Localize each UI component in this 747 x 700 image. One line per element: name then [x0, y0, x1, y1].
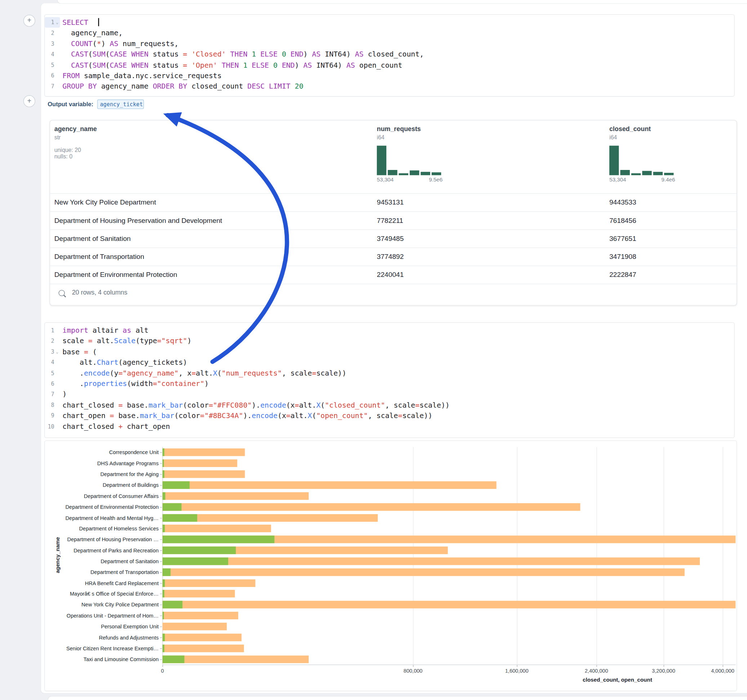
code-line: 1import altair as alt	[45, 325, 734, 336]
chart-bar-closed	[163, 557, 700, 565]
chart-bar-open	[163, 612, 164, 619]
line-number: 2	[45, 28, 60, 39]
code-line: 9chart_open = base.mark_bar(color="#8BC3…	[45, 410, 734, 421]
x-tick-mark	[413, 665, 413, 667]
column-header-agency-name[interactable]: agency_name str unique: 20 nulls: 0	[54, 125, 97, 160]
code-line: 8chart_closed = base.mark_bar(color="#FF…	[45, 400, 734, 410]
table-cell: 2222847	[609, 266, 637, 284]
y-tick-mark	[160, 594, 162, 594]
sql-code-editor[interactable]: 1⌄SELECT 2 agency_name,3 COUNT(*) AS num…	[44, 14, 735, 97]
table-cell: 3749485	[377, 230, 404, 248]
column-histogram	[609, 146, 675, 175]
table-cell: 7618456	[609, 212, 637, 229]
table-row[interactable]: New York City Police Department945313194…	[50, 194, 736, 212]
x-tick-label: 0	[134, 668, 191, 674]
histogram-bar	[642, 170, 652, 175]
histogram-bar	[664, 173, 673, 175]
gridline	[517, 447, 517, 664]
y-tick-mark	[160, 659, 162, 659]
chart-bar-open	[163, 579, 165, 587]
code-line: 4 alt.Chart(agency_tickets)	[45, 357, 734, 368]
table-footer: 20 rows, 4 columns	[50, 284, 736, 303]
line-number: 7	[45, 81, 60, 92]
text-cursor	[98, 18, 99, 26]
line-number: 5	[45, 60, 60, 71]
y-tick-mark	[160, 572, 162, 573]
x-tick-label: 2,400,000	[568, 668, 625, 674]
line-number: 9	[45, 410, 60, 421]
line-number: 1	[45, 325, 60, 336]
chart-bar-closed	[163, 568, 684, 576]
chart-bar-closed	[163, 503, 580, 511]
chart-bar-open	[163, 568, 171, 576]
y-axis-label: Department for the Aging	[64, 471, 159, 478]
chart-bar-open	[163, 655, 184, 663]
column-header-closed-count[interactable]: closed_count i64 53,304 9.4e6	[609, 125, 675, 183]
line-number: 8	[45, 400, 60, 410]
y-tick-mark	[160, 626, 162, 627]
y-axis-label: New York City Police Department	[64, 601, 159, 608]
chart-bar-closed	[163, 634, 242, 641]
add-cell-button[interactable]: +	[23, 15, 35, 27]
line-number: 4	[45, 49, 60, 60]
code-line: 5 CAST(SUM(CASE WHEN status = 'Open' THE…	[45, 60, 734, 71]
chart-bar-open	[163, 590, 164, 598]
gridline	[413, 447, 413, 664]
y-axis-label: HRA Benefit Card Replacement	[64, 580, 159, 587]
fold-chevron-icon[interactable]: ⌄	[54, 17, 60, 28]
chart-bar-open	[163, 449, 164, 456]
chart-bar-open	[163, 459, 164, 467]
chart-bar-closed	[163, 601, 735, 608]
histogram-range-labels: 53,304 9.4e6	[609, 177, 675, 182]
line-number: 3⌄	[45, 346, 60, 357]
search-icon[interactable]	[59, 290, 65, 296]
y-tick-mark	[160, 507, 162, 507]
histogram-min: 53,304	[609, 177, 626, 182]
chart-bar-closed	[163, 644, 244, 652]
chart-bar-closed	[163, 449, 245, 456]
line-number: 6	[45, 379, 60, 389]
table-row[interactable]: Department of Housing Preservation and D…	[50, 212, 736, 230]
gridline	[723, 447, 723, 664]
output-variable-label: Output variable:	[48, 101, 93, 108]
chart-output: 0800,0001,600,0002,400,0003,200,0004,000…	[44, 441, 737, 691]
table-row[interactable]: Department of Environmental Protection22…	[50, 266, 736, 284]
x-tick-mark	[596, 665, 597, 667]
y-tick-mark	[160, 496, 162, 496]
y-tick-mark	[160, 616, 162, 616]
y-axis-label: DHS Advantage Programs	[64, 460, 159, 467]
chart-bar-open	[163, 525, 165, 532]
chart-bar-open	[163, 601, 183, 608]
results-table: agency_name str unique: 20 nulls: 0 num_…	[49, 120, 737, 306]
table-body: New York City Police Department945313194…	[50, 193, 736, 284]
line-number: 5	[45, 368, 60, 379]
y-tick-mark	[160, 561, 162, 562]
chart-bar-closed	[163, 481, 496, 489]
table-row[interactable]: Department of Transportation377489234719…	[50, 248, 736, 266]
chart-bar-closed	[163, 612, 238, 619]
y-tick-mark	[160, 648, 162, 649]
table-cell: 3677651	[609, 230, 637, 248]
table-cell: Department of Environmental Protection	[54, 266, 177, 284]
y-tick-mark	[160, 529, 162, 529]
histogram-bar	[609, 146, 619, 175]
fold-chevron-icon[interactable]: ⌄	[54, 346, 60, 357]
chart-bar-closed	[163, 492, 309, 500]
chart-bar-closed	[163, 655, 309, 663]
y-tick-mark	[160, 485, 162, 486]
chart-bar-open	[163, 503, 181, 511]
output-variable-row: Output variable: agency_tickets	[48, 99, 144, 109]
y-tick-mark	[160, 463, 162, 464]
x-tick-label: 800,000	[384, 668, 442, 674]
output-variable-chip[interactable]: agency_tickets	[97, 100, 144, 109]
table-row[interactable]: Department of Sanitation37494853677651	[50, 230, 736, 248]
table-cell: 9453131	[377, 194, 404, 211]
table-cell: Department of Sanitation	[54, 230, 131, 248]
add-cell-button[interactable]: +	[23, 95, 35, 107]
python-code-editor[interactable]: 1import altair as alt2scale = alt.Scale(…	[44, 322, 735, 438]
chart-bar-open	[163, 547, 236, 554]
histogram-bar	[388, 170, 397, 175]
column-header-num-requests[interactable]: num_requests i64 53,304 9.5e6	[377, 125, 443, 183]
histogram-max: 9.4e6	[661, 177, 675, 182]
chart-bar-open	[163, 481, 189, 489]
